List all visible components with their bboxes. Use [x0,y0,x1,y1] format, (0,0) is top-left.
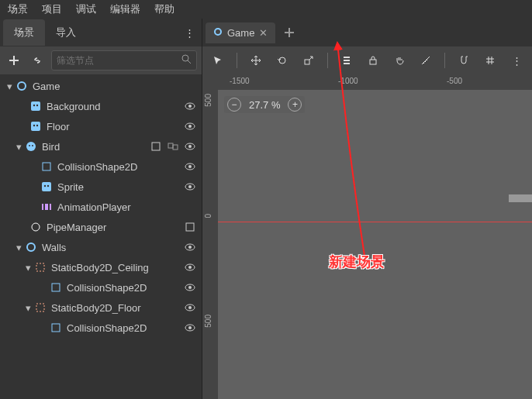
svg-point-14 [32,145,33,146]
scene-tree: ▾ Game Background Floor ▾ Bird [0,74,202,399]
zoom-level: 27.7 % [249,99,280,111]
svg-rect-7 [31,122,40,131]
tree-node-bird[interactable]: ▾ Bird [0,136,202,157]
svg-rect-50 [370,60,376,64]
svg-rect-20 [43,163,50,170]
svg-point-9 [36,125,38,126]
scene-tab-game[interactable]: Game ✕ [206,22,275,43]
tree-node-bg[interactable]: Background [0,96,202,116]
visibility-icon[interactable] [183,240,197,254]
svg-rect-36 [36,263,44,271]
tab-import[interactable]: 导入 [45,19,87,46]
svg-point-48 [215,29,221,35]
canvas-viewport[interactable] [218,90,532,399]
lock-tool-icon[interactable] [364,51,382,70]
add-node-icon[interactable] [5,51,23,70]
node2d-icon [25,241,37,253]
panel-options-icon[interactable]: ⋮ [180,23,199,42]
svg-point-47 [188,326,192,329]
tree-node-root[interactable]: ▾ Game [0,76,202,96]
new-scene-icon[interactable] [280,23,299,42]
scene-dock: 场景 导入 ⋮ ▾ Game Background [0,19,202,399]
filter-nodes-input[interactable] [51,50,197,71]
menu-scene[interactable]: 场景 [8,2,28,16]
svg-point-1 [18,82,26,90]
zoom-control: − 27.7 % + [224,96,305,113]
group-icon[interactable] [166,139,180,153]
svg-rect-17 [173,145,178,150]
tree-node-ceil[interactable]: ▾ StaticBody2D_Ceiling [0,257,202,277]
pan-tool-icon[interactable] [390,51,409,70]
svg-point-35 [188,246,192,249]
scale-tool-icon[interactable] [299,51,318,70]
collision-icon [50,281,62,294]
visibility-icon[interactable] [183,99,197,113]
animationplayer-icon [40,201,53,213]
script-icon[interactable] [149,139,163,153]
tree-node-walls[interactable]: ▾ Walls [0,237,202,257]
svg-point-22 [188,165,192,168]
visibility-icon[interactable] [183,180,197,194]
zoom-in-icon[interactable]: + [288,98,302,112]
svg-point-19 [188,145,192,148]
ruler-tool-icon[interactable] [416,51,435,70]
svg-point-13 [29,145,30,146]
svg-point-0 [182,55,188,61]
tree-node-floor[interactable]: Floor [0,116,202,136]
visibility-icon[interactable] [183,321,197,335]
visibility-icon[interactable] [183,119,197,133]
tab-scene[interactable]: 场景 [3,19,45,46]
visibility-icon[interactable] [183,139,197,153]
svg-point-11 [188,125,192,128]
collision-icon [50,322,62,334]
svg-point-8 [33,125,35,126]
rotate-tool-icon[interactable] [273,51,292,70]
tree-node-sprite[interactable]: Sprite [0,177,202,197]
svg-rect-42 [36,304,44,311]
node2d-icon [16,80,28,92]
snap-tool-icon[interactable] [454,51,473,70]
svg-point-41 [188,286,192,289]
visibility-icon[interactable] [183,260,197,274]
svg-point-25 [47,185,49,187]
staticbody-icon [34,261,47,273]
tree-node-pipemgr[interactable]: PipeManager [0,217,202,237]
zoom-out-icon[interactable]: − [227,98,241,112]
menubar: 场景 项目 调试 编辑器 帮助 [0,0,532,19]
tree-node-sbfloor-coll[interactable]: CollisionShape2D [0,318,202,338]
svg-point-33 [27,243,35,251]
visibility-icon[interactable] [183,301,197,315]
tree-node-ceil-coll[interactable]: CollisionShape2D [0,277,202,298]
axis-line [218,222,532,222]
visibility-icon[interactable] [183,160,197,174]
horizontal-ruler: -1500 -1000 -500 [218,74,532,90]
viewport-toolbar: ⋮ [202,46,532,74]
annotation-label: 新建场景 [329,253,385,271]
move-tool-icon[interactable] [247,51,265,70]
svg-point-12 [26,142,36,151]
svg-point-38 [188,266,192,269]
sprite-icon [40,181,53,193]
viewport-panel: Game ✕ ⋮ -1500 -1000 -5 [202,19,532,399]
svg-rect-49 [305,60,309,64]
menu-project[interactable]: 项目 [42,2,62,16]
list-tool-icon[interactable] [337,51,356,70]
grid-snap-icon[interactable] [481,51,499,70]
menu-editor[interactable]: 编辑器 [110,2,140,16]
options-icon[interactable]: ⋮ [507,51,526,70]
tree-node-anim[interactable]: AnimationPlayer [0,197,202,217]
svg-point-3 [33,105,35,106]
visibility-icon[interactable] [183,280,197,294]
menu-help[interactable]: 帮助 [154,2,174,16]
close-icon[interactable]: ✕ [259,27,268,39]
rigidbody-icon [25,140,37,153]
tree-node-sbfloor[interactable]: ▾ StaticBody2D_Floor [0,298,202,318]
link-icon[interactable] [28,51,47,70]
script-icon[interactable] [183,220,197,234]
collision-icon [40,160,53,173]
svg-rect-30 [48,204,50,210]
menu-debug[interactable]: 调试 [76,2,96,16]
select-tool-icon[interactable] [209,51,227,70]
tree-node-collision[interactable]: CollisionShape2D [0,157,202,177]
staticbody-icon [34,301,47,314]
